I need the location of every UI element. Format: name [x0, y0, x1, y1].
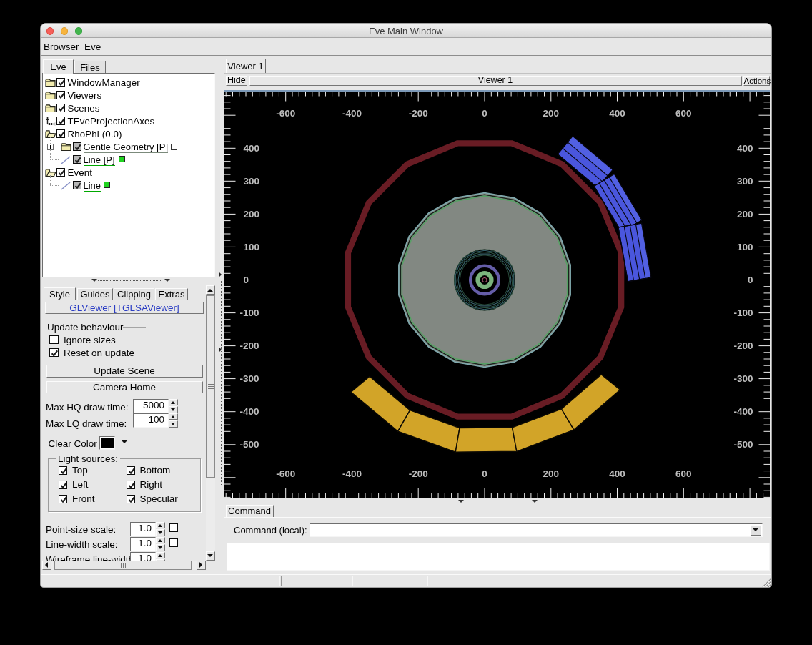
svg-text:200: 200: [543, 108, 560, 119]
svg-text:-300: -300: [733, 373, 753, 384]
svg-text:-400: -400: [733, 406, 753, 417]
svg-text:-100: -100: [240, 307, 259, 318]
svg-text:200: 200: [737, 209, 753, 220]
svg-text:100: 100: [737, 242, 753, 252]
svg-text:-400: -400: [342, 108, 362, 119]
svg-text:200: 200: [244, 209, 260, 220]
svg-text:-400: -400: [240, 406, 259, 417]
svg-text:600: 600: [675, 468, 692, 479]
svg-text:-100: -100: [733, 307, 753, 318]
svg-text:-500: -500: [240, 439, 259, 450]
svg-text:400: 400: [737, 143, 753, 154]
svg-text:-200: -200: [733, 340, 753, 351]
svg-text:-300: -300: [240, 373, 259, 384]
svg-text:0: 0: [482, 468, 487, 479]
svg-text:400: 400: [609, 468, 625, 479]
svg-text:300: 300: [737, 176, 753, 187]
svg-text:-200: -200: [409, 108, 428, 119]
svg-text:600: 600: [675, 108, 692, 119]
svg-text:-600: -600: [276, 468, 295, 479]
svg-text:100: 100: [244, 242, 260, 252]
svg-text:0: 0: [482, 108, 487, 119]
svg-text:300: 300: [244, 176, 260, 187]
svg-text:400: 400: [244, 143, 260, 154]
svg-text:400: 400: [609, 108, 625, 119]
svg-text:-200: -200: [409, 468, 428, 479]
svg-text:0: 0: [244, 275, 249, 285]
svg-text:-500: -500: [733, 439, 753, 450]
svg-text:0: 0: [748, 275, 753, 285]
svg-text:-600: -600: [276, 108, 295, 119]
svg-text:200: 200: [543, 468, 560, 479]
svg-text:-400: -400: [342, 468, 362, 479]
svg-text:-200: -200: [240, 340, 259, 351]
